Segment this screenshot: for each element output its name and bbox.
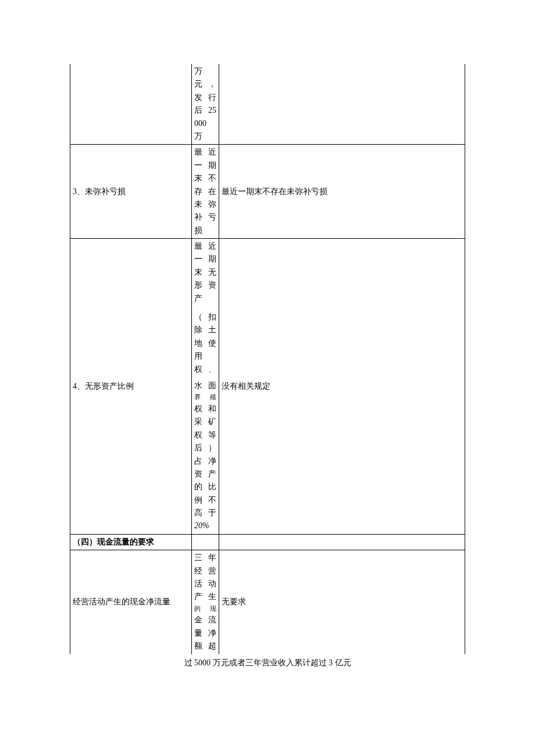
cell-blank bbox=[70, 64, 192, 145]
text: 4、无形资产比例 bbox=[73, 382, 134, 390]
text: 养殖 bbox=[194, 392, 216, 403]
cell-requirement-a: 三年经营活动产生 的现 金流量净额超 bbox=[192, 550, 219, 654]
text: 最近一期末不存在未弥补亏损 bbox=[194, 148, 216, 234]
cell-item-label: 4、无形资产比例 bbox=[70, 239, 192, 535]
cell-blank bbox=[219, 64, 465, 145]
text: 万元，发行后 25000 万 bbox=[194, 67, 216, 141]
table-row-section: （四）现金流量的要求 bbox=[70, 534, 465, 550]
text: 三年经营活动产生 bbox=[194, 551, 216, 604]
table-row: 经营活动产生的现金净流量 三年经营活动产生 的现 金流量净额超 无要求 bbox=[70, 550, 465, 654]
cell-item-label: 3、未弥补亏损 bbox=[70, 145, 192, 239]
cell-requirement-a: 最近一期末不存在未弥补亏损 bbox=[192, 145, 219, 239]
text: 没有相关规定 bbox=[222, 382, 270, 390]
cell-requirement-b: 最近一期末不存在未弥补亏损 bbox=[219, 145, 465, 239]
text: 的现 bbox=[194, 604, 216, 614]
cell-item-label: 经营活动产生的现金净流量 bbox=[70, 550, 192, 654]
text: 经营活动产生的现金净流量 bbox=[73, 597, 170, 606]
cell-section-heading: （四）现金流量的要求 bbox=[70, 534, 192, 550]
text: 水面 bbox=[194, 379, 216, 392]
table-row: 3、未弥补亏损 最近一期末不存在未弥补亏损 最近一期末不存在未弥补亏损 bbox=[70, 145, 465, 239]
text: 金流量净额超 bbox=[194, 614, 216, 653]
text: 最近一期末无形资产 bbox=[194, 240, 216, 305]
text: 权和采矿权等后）占净资产的比例不高于 bbox=[194, 403, 216, 520]
table-row: 万元，发行后 25000 万 bbox=[70, 64, 465, 145]
text: （扣除土地使用权、 bbox=[194, 311, 216, 376]
cell-blank bbox=[219, 534, 465, 550]
table-row: 4、无形资产比例 最近一期末无形资产 （扣除土地使用权、 水面 养殖 权和采矿权… bbox=[70, 239, 465, 535]
cell-requirement-b: 没有相关规定 bbox=[219, 239, 465, 535]
cell-requirement-b: 无要求 bbox=[219, 550, 465, 654]
cell-requirement-a: 最近一期末无形资产 （扣除土地使用权、 水面 养殖 权和采矿权等后）占净资产的比… bbox=[192, 239, 219, 535]
document-page: 万元，发行后 25000 万 3、未弥补亏损 最近一期末不存在未弥补亏损 最近一… bbox=[0, 0, 535, 691]
text: 20% bbox=[194, 519, 216, 532]
text: 最近一期末不存在未弥补亏损 bbox=[222, 187, 327, 196]
cell-prev-continuation: 万元，发行后 25000 万 bbox=[192, 64, 219, 145]
text: 3、未弥补亏损 bbox=[73, 187, 126, 196]
regulation-table: 万元，发行后 25000 万 3、未弥补亏损 最近一期末不存在未弥补亏损 最近一… bbox=[70, 64, 465, 654]
text: 无要求 bbox=[222, 597, 246, 606]
text: 过 5000 万元或者三年营业收入累计超过 3 亿元 bbox=[184, 658, 351, 667]
footer-continuation-text: 过 5000 万元或者三年营业收入累计超过 3 亿元 bbox=[70, 658, 465, 668]
cell-blank bbox=[192, 534, 219, 550]
text: （四）现金流量的要求 bbox=[73, 538, 154, 546]
